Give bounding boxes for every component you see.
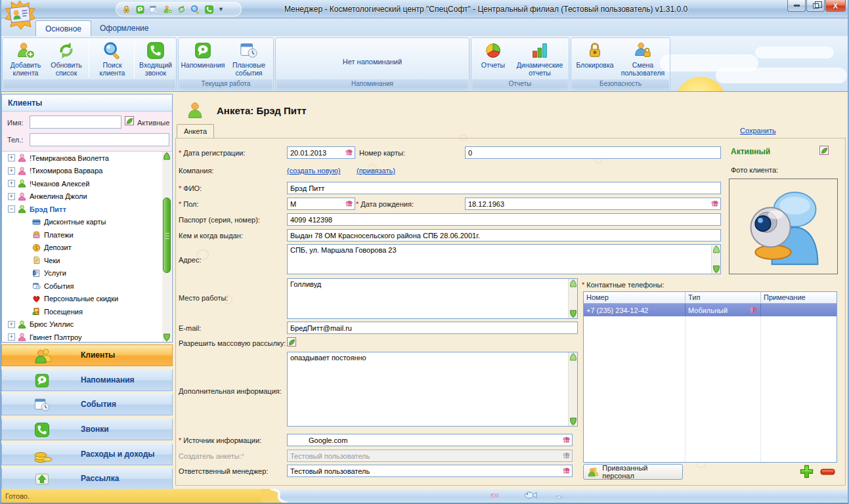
scroll-up-leaf-icon[interactable] <box>569 280 577 287</box>
tree-item[interactable]: События <box>2 280 172 293</box>
gender-combo[interactable] <box>287 198 355 210</box>
scroll-up-leaf-icon[interactable] <box>569 353 577 361</box>
workplace-scrollbar[interactable] <box>568 279 577 318</box>
tree-item-selected[interactable]: −Брэд Питт <box>2 203 172 216</box>
phone-note-cell[interactable] <box>761 304 837 316</box>
tree-item[interactable]: +Анжелина Джоли <box>2 190 172 203</box>
scroll-down-leaf-icon[interactable] <box>712 265 720 273</box>
restore-button[interactable] <box>806 0 825 12</box>
nav-reminders[interactable]: Напоминания <box>1 369 173 391</box>
info-source-input[interactable] <box>288 434 561 446</box>
tree-item[interactable]: Персональные скидки <box>2 293 172 306</box>
change-user-button[interactable]: Смена пользователя <box>617 39 669 80</box>
nav-calls[interactable]: Звонки <box>1 419 173 440</box>
name-filter-input[interactable] <box>30 116 121 129</box>
lock-screen-button[interactable]: Блокировка <box>573 39 617 80</box>
save-link[interactable]: Сохранить <box>740 127 776 135</box>
passport-input[interactable] <box>287 213 721 226</box>
birth-date-combo[interactable] <box>465 198 721 210</box>
mass-mailing-checkbox[interactable] <box>287 337 296 346</box>
reminders-icon[interactable] <box>135 5 145 14</box>
col-note[interactable]: Примечание <box>761 292 837 303</box>
email-input[interactable] <box>287 322 578 334</box>
incoming-call-icon[interactable] <box>204 5 214 14</box>
tree-item[interactable]: Дисконтные карты <box>2 216 172 229</box>
address-field[interactable]: СПБ, ул. Маршала Говорова 23 <box>287 244 721 274</box>
tree-scrollbar[interactable] <box>162 152 171 342</box>
scroll-down-leaf-icon[interactable] <box>163 333 171 341</box>
create-company-link[interactable]: (создать новую) <box>287 167 340 175</box>
tree-item[interactable]: Чеки <box>2 254 172 267</box>
col-number[interactable]: Номер <box>584 292 686 303</box>
tree-item[interactable]: Платежи <box>2 228 172 242</box>
search-icon[interactable] <box>190 5 200 14</box>
remove-phone-button[interactable] <box>820 469 835 475</box>
gender-input[interactable] <box>288 198 343 209</box>
refresh-list-button[interactable]: Обновить список <box>47 39 86 80</box>
tab-anketa[interactable]: Анкета <box>177 124 214 138</box>
card-number-input[interactable] <box>465 146 721 159</box>
butterfly-dropdown-icon[interactable] <box>343 148 355 158</box>
linked-staff-button[interactable]: Привязанный персонал <box>583 464 683 480</box>
passport-issued-input[interactable] <box>287 229 721 242</box>
additional-info-field[interactable]: опаздывает постоянно <box>287 352 578 427</box>
search-client-button[interactable]: Поиск клиента <box>92 39 133 80</box>
reg-date-input[interactable] <box>288 147 343 158</box>
attach-company-link[interactable]: (привязать) <box>357 167 395 175</box>
tree-item[interactable]: +!Темирканова Виолетта <box>2 152 172 165</box>
active-status-checkbox[interactable] <box>819 146 829 155</box>
reg-date-combo[interactable] <box>287 146 355 159</box>
nav-events[interactable]: События <box>1 394 173 415</box>
additional-info-scrollbar[interactable] <box>568 352 577 426</box>
manager-input[interactable] <box>288 465 561 476</box>
phone-type-cell[interactable]: Мобильный <box>686 304 761 316</box>
tab-design[interactable]: Оформление <box>91 20 158 36</box>
tree-item[interactable]: Посещения <box>2 305 172 318</box>
scroll-down-leaf-icon[interactable] <box>569 310 577 318</box>
scroll-down-leaf-icon[interactable] <box>569 417 577 425</box>
refresh-icon[interactable] <box>177 5 186 14</box>
butterfly-dropdown-icon[interactable] <box>561 466 572 476</box>
workplace-textarea[interactable]: Голливуд <box>288 279 567 318</box>
add-phone-button[interactable] <box>800 465 814 478</box>
scroll-up-leaf-icon[interactable] <box>712 245 720 253</box>
butterfly-dropdown-icon[interactable] <box>749 306 758 314</box>
phone-filter-input[interactable] <box>30 133 169 146</box>
birth-date-input[interactable] <box>466 198 709 209</box>
close-button[interactable]: X <box>825 0 846 12</box>
reminders-button[interactable]: Напоминания <box>181 39 225 80</box>
butterfly-dropdown-icon[interactable] <box>561 435 572 445</box>
address-textarea[interactable]: СПБ, ул. Маршала Говорова 23 <box>288 245 710 274</box>
add-client-icon[interactable] <box>163 5 173 14</box>
tree-item[interactable]: +!Тихомирова Варвара <box>2 165 172 178</box>
tree-item[interactable]: +Гвинет Пэлтроу <box>2 331 172 342</box>
lock-icon[interactable] <box>121 5 131 14</box>
tree-item[interactable]: Депозит <box>2 242 172 255</box>
qat-more-button[interactable]: ▼ <box>218 7 224 12</box>
butterfly-dropdown-icon[interactable] <box>709 199 720 209</box>
planned-events-icon[interactable] <box>149 5 159 14</box>
col-type[interactable]: Тип <box>686 292 761 303</box>
nav-clients[interactable]: Клиенты <box>1 345 173 366</box>
phone-number-cell[interactable]: +7 (235) 234-12-42 <box>584 304 686 316</box>
add-client-button[interactable]: Добавить клиента <box>6 39 45 80</box>
workplace-field[interactable]: Голливуд <box>287 278 578 319</box>
tree-item[interactable]: Услуги <box>2 267 172 280</box>
tree-item[interactable]: +!Чеканов Алексей <box>2 177 172 190</box>
manager-combo[interactable] <box>287 465 573 477</box>
minimize-button[interactable] <box>787 0 806 12</box>
nav-mailing[interactable]: Рассылка <box>1 468 173 490</box>
reports-button[interactable]: Отчеты <box>474 39 512 80</box>
dynamic-reports-button[interactable]: Динамические отчеты <box>512 39 567 80</box>
full-name-input[interactable] <box>287 182 721 194</box>
address-scrollbar[interactable] <box>711 245 720 274</box>
active-filter-checkbox[interactable] <box>125 116 134 125</box>
tree-scrollbar-thumb[interactable] <box>163 198 171 273</box>
phone-row-selected[interactable]: +7 (235) 234-12-42 Мобильный <box>584 304 837 316</box>
tree-item[interactable]: +Брюс Уиллис <box>2 318 172 331</box>
butterfly-dropdown-icon[interactable] <box>343 199 355 209</box>
incoming-call-button[interactable]: Входящий звонок <box>135 39 176 80</box>
planned-events-button[interactable]: Плановые события <box>225 39 272 80</box>
scroll-up-leaf-icon[interactable] <box>163 152 171 160</box>
info-source-combo[interactable] <box>287 434 573 446</box>
